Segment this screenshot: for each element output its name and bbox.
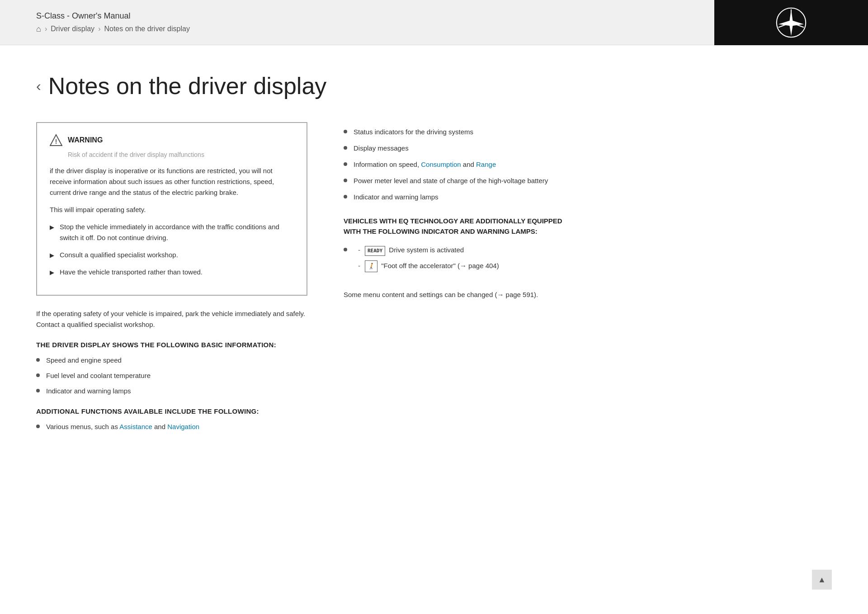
breadcrumb-notes[interactable]: Notes on the driver display — [104, 25, 189, 33]
warning-body-2: This will impair operating safety. — [50, 204, 294, 215]
basic-info-item-2: Fuel level and coolant temperature — [36, 370, 307, 381]
basic-info-heading: THE DRIVER DISPLAY SHOWS THE FOLLOWING B… — [36, 341, 307, 349]
bullet-dot-icon-3 — [36, 389, 40, 392]
ready-badge-icon: READY — [365, 246, 385, 256]
navigation-link[interactable]: Navigation — [167, 423, 199, 430]
back-button[interactable]: ‹ — [36, 78, 41, 94]
eq-foot-text: 🚶 "Foot off the accelerator" (→ page 404… — [365, 260, 499, 273]
range-link[interactable]: Range — [476, 161, 496, 168]
eq-sub-list: - READY Drive system is activated - 🚶 "F… — [354, 245, 499, 277]
scroll-top-button[interactable]: ▲ — [812, 570, 832, 590]
eq-heading: VEHICLES WITH EQ TECHNOLOGY ARE ADDITION… — [344, 216, 579, 236]
left-column: ! WARNING Risk of accident if the driver… — [36, 122, 307, 441]
header-left: S-Class - Owner's Manual ⌂ › Driver disp… — [36, 11, 190, 34]
warning-box: ! WARNING Risk of accident if the driver… — [36, 122, 307, 296]
additional-text-prefix: Various menus, such as — [46, 423, 119, 430]
warning-action-text-2: Consult a qualified specialist workshop. — [60, 250, 178, 260]
warning-actions-list: ▶ Stop the vehicle immediately in accord… — [50, 222, 294, 278]
basic-info-list: Speed and engine speed Fuel level and co… — [36, 355, 307, 397]
two-column-layout: ! WARNING Risk of accident if the driver… — [36, 122, 832, 441]
additional-heading: ADDITIONAL FUNCTIONS AVAILABLE INCLUDE T… — [36, 407, 307, 415]
basic-info-item-3: Indicator and warning lamps — [36, 386, 307, 397]
svg-text:!: ! — [55, 138, 57, 145]
page-title-row: ‹ Notes on the driver display — [36, 72, 832, 99]
scroll-top-icon: ▲ — [818, 575, 826, 585]
right-item-5: Indicator and warning lamps — [344, 192, 832, 203]
warning-subtitle: Risk of accident if the driver display m… — [68, 151, 294, 158]
bullet-dot-icon — [36, 358, 40, 362]
warning-body-1: if the driver display is inoperative or … — [50, 165, 294, 198]
bullet-dot-r1 — [344, 130, 347, 133]
right-item-3: Information on speed, Consumption and Ra… — [344, 159, 832, 170]
bullet-dot-icon-2 — [36, 373, 40, 377]
eq-item: - READY Drive system is activated - 🚶 "F… — [344, 245, 832, 277]
safety-paragraph: If the operating safety of your vehicle … — [36, 308, 307, 330]
right-text-1: Status indicators for the driving system… — [354, 127, 473, 137]
warning-action-3: ▶ Have the vehicle transported rather th… — [50, 267, 294, 278]
header: S-Class - Owner's Manual ⌂ › Driver disp… — [0, 0, 868, 45]
right-column: Status indicators for the driving system… — [344, 122, 832, 441]
warning-header: ! WARNING — [50, 134, 294, 146]
right-text-4: Power meter level and state of charge of… — [354, 175, 548, 186]
warning-action-1: ▶ Stop the vehicle immediately in accord… — [50, 222, 294, 243]
foot-off-badge-icon: 🚶 — [365, 260, 377, 273]
eq-list: - READY Drive system is activated - 🚶 "F… — [344, 245, 832, 277]
eq-dash-1: - — [358, 245, 360, 255]
additional-text-1: Various menus, such as Assistance and Na… — [46, 421, 199, 432]
bullet-dot-eq — [344, 248, 347, 251]
basic-info-item-1: Speed and engine speed — [36, 355, 307, 366]
manual-title: S-Class - Owner's Manual — [36, 11, 190, 21]
bullet-dot-r5 — [344, 195, 347, 198]
arrow-bullet-icon: ▶ — [50, 223, 54, 232]
page-title: Notes on the driver display — [48, 72, 327, 99]
warning-action-text-3: Have the vehicle transported rather than… — [60, 267, 203, 278]
basic-info-text-1: Speed and engine speed — [46, 355, 122, 366]
basic-info-text-3: Indicator and warning lamps — [46, 386, 131, 397]
eq-dash-2: - — [358, 260, 360, 271]
bullet-dot-r2 — [344, 146, 347, 150]
arrow-bullet-icon-2: ▶ — [50, 251, 54, 260]
additional-list: Various menus, such as Assistance and Na… — [36, 421, 307, 432]
assistance-link[interactable]: Assistance — [119, 423, 152, 430]
arrow-bullet-icon-3: ▶ — [50, 268, 54, 278]
warning-action-2: ▶ Consult a qualified specialist worksho… — [50, 250, 294, 260]
right-item-1: Status indicators for the driving system… — [344, 127, 832, 137]
eq-ready-badge: READY Drive system is activated — [365, 245, 464, 256]
warning-label: WARNING — [68, 136, 103, 144]
eq-sub-item-1: - READY Drive system is activated — [354, 245, 499, 256]
warning-triangle-icon: ! — [50, 134, 62, 146]
right-item-4: Power meter level and state of charge of… — [344, 175, 832, 186]
home-icon[interactable]: ⌂ — [36, 24, 41, 34]
bullet-dot-add-icon — [36, 425, 40, 428]
basic-info-text-2: Fuel level and coolant temperature — [46, 370, 151, 381]
breadcrumb-sep-1: › — [45, 25, 47, 33]
right-item-2: Display messages — [344, 143, 832, 154]
right-bullet-list: Status indicators for the driving system… — [344, 127, 832, 203]
right-text-5: Indicator and warning lamps — [354, 192, 439, 203]
breadcrumb-driver-display[interactable]: Driver display — [51, 25, 94, 33]
breadcrumb-sep-2: › — [98, 25, 100, 33]
consumption-link[interactable]: Consumption — [421, 161, 461, 168]
mercedes-star-icon — [775, 7, 807, 38]
right-text-2: Display messages — [354, 143, 409, 154]
additional-item-1: Various menus, such as Assistance and Na… — [36, 421, 307, 432]
bullet-dot-r4 — [344, 179, 347, 182]
main-content: ‹ Notes on the driver display ! WARNING … — [0, 45, 868, 614]
right-text-3: Information on speed, Consumption and Ra… — [354, 159, 496, 170]
eq-sub-item-2: - 🚶 "Foot off the accelerator" (→ page 4… — [354, 260, 499, 273]
breadcrumb: ⌂ › Driver display › Notes on the driver… — [36, 24, 190, 34]
bullet-dot-r3 — [344, 162, 347, 166]
footer-note: Some menu content and settings can be ch… — [344, 289, 832, 300]
header-logo-area — [714, 0, 868, 45]
additional-text-and: and — [152, 423, 167, 430]
warning-action-text-1: Stop the vehicle immediately in accordan… — [60, 222, 294, 243]
